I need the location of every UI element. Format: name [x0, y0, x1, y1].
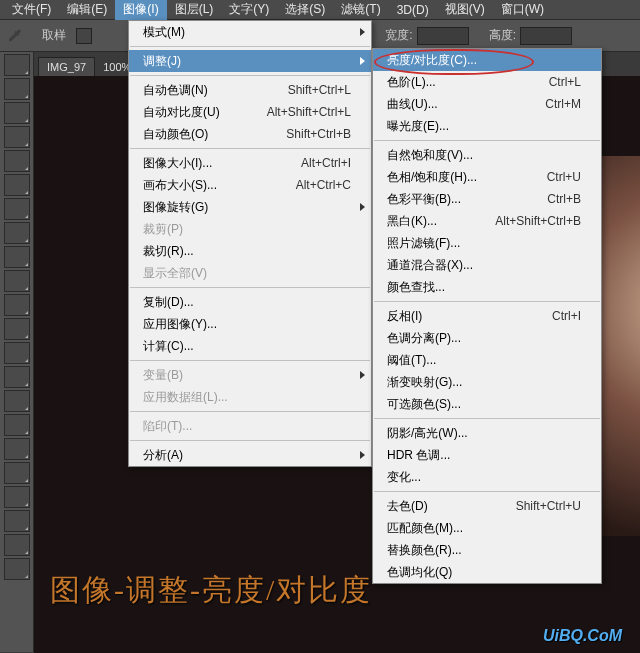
- tool-slot[interactable]: [4, 318, 30, 340]
- menu-item[interactable]: 去色(D)Shift+Ctrl+U: [373, 495, 601, 517]
- tool-slot[interactable]: [4, 198, 30, 220]
- menu-窗口[interactable]: 窗口(W): [493, 0, 552, 20]
- tool-slot[interactable]: [4, 222, 30, 244]
- menu-item-label: 图像大小(I)...: [143, 155, 212, 172]
- menu-item[interactable]: 黑白(K)...Alt+Shift+Ctrl+B: [373, 210, 601, 232]
- tool-slot[interactable]: [4, 150, 30, 172]
- tool-slot[interactable]: [4, 486, 30, 508]
- menu-item[interactable]: 反相(I)Ctrl+I: [373, 305, 601, 327]
- menu-item-label: 阈值(T)...: [387, 352, 436, 369]
- menu-滤镜[interactable]: 滤镜(T): [333, 0, 388, 20]
- menu-item[interactable]: 计算(C)...: [129, 335, 371, 357]
- menu-item-label: 图像旋转(G): [143, 199, 208, 216]
- menu-item[interactable]: 分析(A): [129, 444, 371, 466]
- separator: [130, 411, 370, 412]
- tool-slot[interactable]: [4, 270, 30, 292]
- menu-item[interactable]: 颜色查找...: [373, 276, 601, 298]
- tool-slot[interactable]: [4, 342, 30, 364]
- menu-item-label: 裁剪(P): [143, 221, 183, 238]
- menu-item[interactable]: 亮度/对比度(C)...: [373, 49, 601, 71]
- menu-item[interactable]: 替换颜色(R)...: [373, 539, 601, 561]
- image-menu: 模式(M)调整(J)自动色调(N)Shift+Ctrl+L自动对比度(U)Alt…: [128, 20, 372, 467]
- menu-item[interactable]: 自动色调(N)Shift+Ctrl+L: [129, 79, 371, 101]
- menu-item[interactable]: 色彩平衡(B)...Ctrl+B: [373, 188, 601, 210]
- sample-label: 取样: [42, 27, 66, 44]
- menu-item[interactable]: 自动对比度(U)Alt+Shift+Ctrl+L: [129, 101, 371, 123]
- menu-item[interactable]: HDR 色调...: [373, 444, 601, 466]
- menu-item[interactable]: 图像旋转(G): [129, 196, 371, 218]
- menu-item[interactable]: 通道混合器(X)...: [373, 254, 601, 276]
- separator: [130, 440, 370, 441]
- tool-slot[interactable]: [4, 534, 30, 556]
- menu-item[interactable]: 调整(J): [129, 50, 371, 72]
- menu-item[interactable]: 色调分离(P)...: [373, 327, 601, 349]
- sample-swatch[interactable]: [76, 28, 92, 44]
- menu-item-label: 替换颜色(R)...: [387, 542, 462, 559]
- menu-item: 显示全部(V): [129, 262, 371, 284]
- menu-item[interactable]: 自然饱和度(V)...: [373, 144, 601, 166]
- menu-item[interactable]: 模式(M): [129, 21, 371, 43]
- tool-slot[interactable]: [4, 438, 30, 460]
- document-tab[interactable]: IMG_97: [38, 57, 95, 76]
- shortcut: Ctrl+L: [549, 75, 581, 89]
- watermark: UiBQ.CoM: [543, 627, 622, 645]
- menu-图像[interactable]: 图像(I): [115, 0, 166, 20]
- menu-item[interactable]: 色阶(L)...Ctrl+L: [373, 71, 601, 93]
- tool-slot[interactable]: [4, 54, 30, 76]
- menu-item[interactable]: 阴影/高光(W)...: [373, 422, 601, 444]
- tool-slot[interactable]: [4, 78, 30, 100]
- menu-item: 应用数据组(L)...: [129, 386, 371, 408]
- eyedropper-icon: [6, 27, 24, 45]
- tool-slot[interactable]: [4, 366, 30, 388]
- tool-slot[interactable]: [4, 126, 30, 148]
- menu-item[interactable]: 裁切(R)...: [129, 240, 371, 262]
- menu-图层[interactable]: 图层(L): [167, 0, 222, 20]
- menu-选择[interactable]: 选择(S): [277, 0, 333, 20]
- menu-item[interactable]: 色调均化(Q): [373, 561, 601, 583]
- tool-slot[interactable]: [4, 102, 30, 124]
- menu-item-label: 去色(D): [387, 498, 428, 515]
- menu-item-label: 变化...: [387, 469, 421, 486]
- tool-slot[interactable]: [4, 558, 30, 580]
- menu-item-label: 显示全部(V): [143, 265, 207, 282]
- shortcut: Shift+Ctrl+B: [286, 127, 351, 141]
- tool-slot[interactable]: [4, 174, 30, 196]
- menu-item-label: 照片滤镜(F)...: [387, 235, 460, 252]
- menu-item-label: 曝光度(E)...: [387, 118, 449, 135]
- menu-item[interactable]: 曲线(U)...Ctrl+M: [373, 93, 601, 115]
- menu-item[interactable]: 复制(D)...: [129, 291, 371, 313]
- tool-slot[interactable]: [4, 246, 30, 268]
- menu-item-label: 色相/饱和度(H)...: [387, 169, 477, 186]
- menu-item[interactable]: 自动颜色(O)Shift+Ctrl+B: [129, 123, 371, 145]
- menu-item[interactable]: 画布大小(S)...Alt+Ctrl+C: [129, 174, 371, 196]
- menu-item[interactable]: 照片滤镜(F)...: [373, 232, 601, 254]
- menu-item-label: 变量(B): [143, 367, 183, 384]
- menu-文字[interactable]: 文字(Y): [221, 0, 277, 20]
- separator: [130, 46, 370, 47]
- menu-item[interactable]: 阈值(T)...: [373, 349, 601, 371]
- tool-slot[interactable]: [4, 462, 30, 484]
- menu-视图[interactable]: 视图(V): [437, 0, 493, 20]
- separator: [130, 148, 370, 149]
- tool-slot[interactable]: [4, 414, 30, 436]
- menu-item[interactable]: 可选颜色(S)...: [373, 393, 601, 415]
- tool-slot[interactable]: [4, 510, 30, 532]
- menu-item: 裁剪(P): [129, 218, 371, 240]
- menu-编辑[interactable]: 编辑(E): [59, 0, 115, 20]
- shortcut: Alt+Ctrl+C: [296, 178, 351, 192]
- menu-文件[interactable]: 文件(F): [4, 0, 59, 20]
- menu-item[interactable]: 变化...: [373, 466, 601, 488]
- menu-item[interactable]: 应用图像(Y)...: [129, 313, 371, 335]
- menu-item[interactable]: 图像大小(I)...Alt+Ctrl+I: [129, 152, 371, 174]
- menu-item-label: 色调均化(Q): [387, 564, 452, 581]
- menu-3D[interactable]: 3D(D): [389, 1, 437, 19]
- width-field[interactable]: [417, 27, 469, 45]
- menu-item[interactable]: 匹配颜色(M)...: [373, 517, 601, 539]
- menu-item[interactable]: 曝光度(E)...: [373, 115, 601, 137]
- menu-item-label: 计算(C)...: [143, 338, 194, 355]
- menu-item[interactable]: 色相/饱和度(H)...Ctrl+U: [373, 166, 601, 188]
- tool-slot[interactable]: [4, 294, 30, 316]
- tool-slot[interactable]: [4, 390, 30, 412]
- height-field[interactable]: [520, 27, 572, 45]
- menu-item[interactable]: 渐变映射(G)...: [373, 371, 601, 393]
